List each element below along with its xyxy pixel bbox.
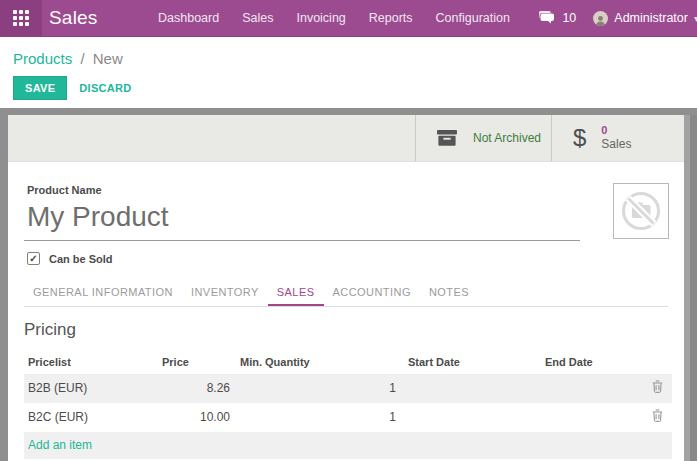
cell-end-date[interactable] xyxy=(534,374,640,403)
apps-menu-button[interactable] xyxy=(0,0,42,36)
app-title: Sales xyxy=(49,7,98,29)
cell-pricelist[interactable]: B2B (EUR) xyxy=(24,374,160,403)
col-end-date: End Date xyxy=(534,351,640,374)
dollar-icon: $ xyxy=(573,126,586,150)
tab-sales[interactable]: SALES xyxy=(268,280,324,306)
col-price: Price xyxy=(160,351,232,374)
pricing-row-b2b: B2B (EUR) 8.26 1 xyxy=(24,374,672,403)
pricing-header-row: Pricelist Price Min. Quantity Start Date… xyxy=(24,351,672,374)
apps-grid-icon xyxy=(13,10,29,26)
breadcrumb: Products / New xyxy=(13,50,684,67)
cell-price[interactable]: 8.26 xyxy=(160,374,232,403)
top-navigation: Dashboard Sales Invoicing Reports Config… xyxy=(147,11,522,25)
pricing-section-title: Pricing xyxy=(24,320,668,340)
delete-row-button[interactable] xyxy=(652,409,663,422)
control-panel-buttons: SAVE DISCARD xyxy=(13,76,684,100)
tab-accounting[interactable]: ACCOUNTING xyxy=(324,280,420,306)
statusbar: Not Archived $ 0 Sales xyxy=(8,115,684,162)
cell-start-date[interactable] xyxy=(398,403,534,432)
no-camera-icon xyxy=(618,188,664,234)
topbar: Sales Dashboard Sales Invoicing Reports … xyxy=(0,0,697,37)
discard-button[interactable]: DISCARD xyxy=(67,77,143,99)
nav-dashboard[interactable]: Dashboard xyxy=(147,11,231,25)
save-button[interactable]: SAVE xyxy=(13,76,67,100)
scrollbar-thumb[interactable] xyxy=(690,115,697,461)
nav-reports[interactable]: Reports xyxy=(357,11,424,25)
tab-general-information[interactable]: GENERAL INFORMATION xyxy=(24,280,182,306)
product-name-label: Product Name xyxy=(24,184,668,196)
breadcrumb-separator: / xyxy=(80,50,84,67)
sales-count: 0 xyxy=(601,124,631,137)
delete-row-button[interactable] xyxy=(652,380,663,393)
form-sheet: Not Archived $ 0 Sales xyxy=(8,115,684,461)
control-panel: Products / New SAVE DISCARD xyxy=(0,37,697,108)
form-area: Not Archived $ 0 Sales xyxy=(0,108,697,461)
pricing-row-b2c: B2C (EUR) 10.00 1 xyxy=(24,403,672,432)
trash-icon xyxy=(652,380,663,393)
can-be-sold-row: ✓ Can be Sold xyxy=(24,252,668,265)
sales-label: Sales xyxy=(601,137,631,151)
cell-end-date[interactable] xyxy=(534,403,640,432)
col-start-date: Start Date xyxy=(398,351,534,374)
messages-count: 10 xyxy=(562,11,576,25)
trash-icon xyxy=(652,409,663,422)
nav-configuration[interactable]: Configuration xyxy=(424,11,521,25)
sales-stat-button[interactable]: $ 0 Sales xyxy=(551,115,684,161)
not-archived-button[interactable]: Not Archived xyxy=(415,115,551,161)
cell-min-quantity[interactable]: 1 xyxy=(232,374,398,403)
breadcrumb-current: New xyxy=(93,50,123,67)
chat-bubbles-icon xyxy=(539,11,557,25)
col-actions xyxy=(640,351,672,374)
notebook-tabs: GENERAL INFORMATION INVENTORY SALES ACCO… xyxy=(24,280,668,307)
archive-box-icon xyxy=(437,130,457,146)
tab-inventory[interactable]: INVENTORY xyxy=(182,280,268,306)
user-name: Administrator xyxy=(614,11,688,25)
col-min-quantity: Min. Quantity xyxy=(232,351,398,374)
cell-pricelist[interactable]: B2C (EUR) xyxy=(24,403,160,432)
nav-invoicing[interactable]: Invoicing xyxy=(285,11,357,25)
pricing-table: Pricelist Price Min. Quantity Start Date… xyxy=(24,351,672,459)
sales-stat-text: 0 Sales xyxy=(601,124,631,152)
cell-min-quantity[interactable]: 1 xyxy=(232,403,398,432)
breadcrumb-products-link[interactable]: Products xyxy=(13,50,72,67)
pricing-add-row: Add an item xyxy=(24,432,672,459)
person-icon xyxy=(595,15,606,26)
cell-price[interactable]: 10.00 xyxy=(160,403,232,432)
sheet-body: Product Name My Product ✓ Can be Sold GE… xyxy=(8,162,684,461)
can-be-sold-checkbox[interactable]: ✓ xyxy=(27,252,40,265)
topbar-right: 10 Administrator ▾ xyxy=(539,11,697,26)
product-name-input[interactable]: My Product xyxy=(24,198,580,241)
user-avatar xyxy=(593,11,608,26)
user-menu[interactable]: Administrator ▾ xyxy=(593,11,695,26)
add-an-item-link[interactable]: Add an item xyxy=(24,432,672,459)
can-be-sold-label: Can be Sold xyxy=(49,253,113,265)
cell-start-date[interactable] xyxy=(398,374,534,403)
col-pricelist: Pricelist xyxy=(24,351,160,374)
tab-notes[interactable]: NOTES xyxy=(420,280,478,306)
not-archived-label: Not Archived xyxy=(473,131,541,145)
messages-button[interactable]: 10 xyxy=(539,11,576,25)
product-image-upload[interactable] xyxy=(613,183,669,239)
nav-sales[interactable]: Sales xyxy=(231,11,285,25)
